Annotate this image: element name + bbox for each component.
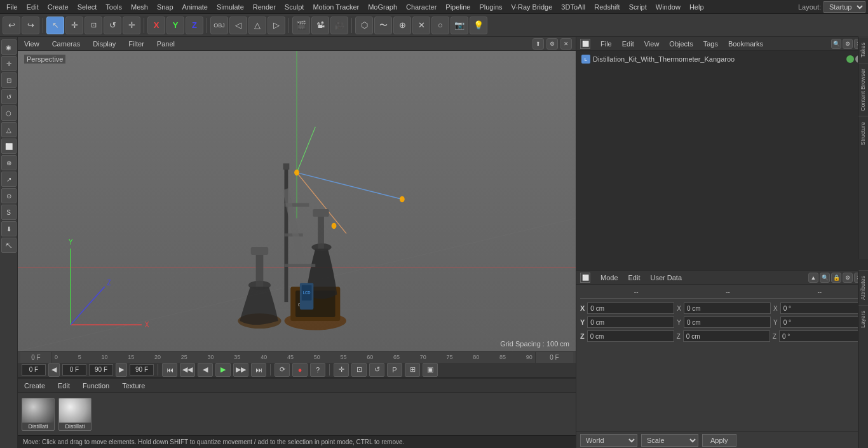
rotate-tool-button[interactable]: ↺ <box>104 17 121 34</box>
coord-y-pos[interactable] <box>587 316 674 328</box>
coord-system-select[interactable]: World <box>580 434 637 447</box>
object-row-1[interactable]: L Distillation_Kit_With_Thermometer_Kang… <box>579 53 865 65</box>
go-start-button[interactable]: ⏮ <box>162 363 177 377</box>
objects-search-button[interactable]: 🔍 <box>831 39 841 49</box>
sidebar-btn-6[interactable]: △ <box>1 122 17 137</box>
vtab-attributes[interactable]: Attributes <box>858 270 868 305</box>
obj-vis-1[interactable] <box>846 55 854 63</box>
menu-file[interactable]: File <box>3 2 22 12</box>
end-frame-input[interactable] <box>89 364 113 376</box>
select-tool-button[interactable]: ↖ <box>46 17 64 34</box>
move-tool-button[interactable]: ✛ <box>65 17 83 34</box>
sidebar-btn-2[interactable]: ✛ <box>1 56 17 71</box>
coord-z-rot[interactable] <box>779 330 866 342</box>
render-view-button[interactable]: 🎬 <box>292 17 310 34</box>
scale-tool-button[interactable]: ⊡ <box>85 17 102 34</box>
play-button[interactable]: ▶ <box>215 363 231 377</box>
attr-menu-userdata[interactable]: User Data <box>648 273 685 283</box>
transform-tool-button[interactable]: ✛ <box>123 17 140 34</box>
next-frame-button[interactable]: ▶▶ <box>233 363 248 377</box>
move-tool-pb[interactable]: ✛ <box>334 363 349 377</box>
coord-x-scale[interactable] <box>684 302 771 314</box>
render-pb-button[interactable]: ▣ <box>423 363 438 377</box>
sidebar-btn-3[interactable]: ⊡ <box>1 72 17 88</box>
deformer-button[interactable]: ✕ <box>412 17 430 34</box>
vp-icon-close[interactable]: ✕ <box>560 38 572 50</box>
z-axis-button[interactable]: Z <box>186 17 203 34</box>
menu-character[interactable]: Character <box>402 2 440 12</box>
menu-render[interactable]: Render <box>249 2 280 12</box>
vp-icon-settings[interactable]: ⚙ <box>546 38 558 50</box>
coord-z-pos[interactable] <box>587 330 674 342</box>
vtab-takes[interactable]: Takes <box>858 37 868 63</box>
menu-vray[interactable]: V-Ray Bridge <box>508 2 557 12</box>
redo-button[interactable]: ↪ <box>22 17 39 34</box>
coord-y-rot[interactable] <box>780 316 867 328</box>
sidebar-btn-13[interactable]: ⛏ <box>1 238 17 253</box>
undo-button[interactable]: ↩ <box>3 17 20 34</box>
menu-animate[interactable]: Animate <box>179 2 212 12</box>
go-end-button[interactable]: ⏭ <box>251 363 266 377</box>
coord-x-rot[interactable] <box>780 302 867 314</box>
apply-button[interactable]: Apply <box>702 434 736 447</box>
max-frame-input[interactable] <box>130 364 154 376</box>
menu-edit[interactable]: Edit <box>23 2 43 12</box>
play-reverse-button[interactable]: ◀ <box>198 363 213 377</box>
sidebar-btn-5[interactable]: ⬡ <box>1 105 17 121</box>
camera-button[interactable]: 📷 <box>451 17 468 34</box>
attr-icon-4[interactable]: ⚙ <box>843 273 853 283</box>
menu-select[interactable]: Select <box>74 2 101 12</box>
prev-frame-button[interactable]: ◀◀ <box>180 363 195 377</box>
menu-create[interactable]: Create <box>44 2 72 12</box>
current-frame-input[interactable] <box>62 364 86 376</box>
effector-button[interactable]: ○ <box>431 17 449 34</box>
start-frame-input[interactable] <box>22 364 46 376</box>
p-button[interactable]: P <box>387 363 402 377</box>
poly-mode-button[interactable]: ▷ <box>268 17 285 34</box>
menu-motion-tracker[interactable]: Motion Tracker <box>309 2 363 12</box>
light-button[interactable]: 💡 <box>470 17 487 34</box>
vp-menu-display[interactable]: Display <box>90 39 118 49</box>
transform-mode-select[interactable]: Scale <box>641 434 698 447</box>
arrow-left-small[interactable]: ◀ <box>48 363 60 377</box>
menu-help[interactable]: Help <box>686 2 708 12</box>
record-button[interactable]: ● <box>292 363 308 377</box>
obj-menu-objects[interactable]: Objects <box>667 39 695 49</box>
obj-menu-view[interactable]: View <box>642 39 662 49</box>
menu-tools[interactable]: Tools <box>102 2 126 12</box>
vp-menu-panel[interactable]: Panel <box>154 39 177 49</box>
attr-menu-mode[interactable]: Mode <box>598 273 621 283</box>
menu-pipeline[interactable]: Pipeline <box>442 2 474 12</box>
menu-3dtoall[interactable]: 3DToAll <box>557 2 589 12</box>
help-button[interactable]: ? <box>310 363 325 377</box>
material-thumb-2[interactable]: Distillati <box>58 398 92 431</box>
vp-menu-view[interactable]: View <box>22 39 42 49</box>
mat-menu-edit[interactable]: Edit <box>55 381 72 391</box>
rotate-tool-pb[interactable]: ↺ <box>369 363 384 377</box>
timeline-ruler[interactable]: 0 F 0 5 10 15 20 25 30 35 40 45 <box>18 352 576 363</box>
menu-script[interactable]: Script <box>625 2 651 12</box>
vtab-layers[interactable]: Layers <box>858 305 868 333</box>
coord-x-pos[interactable] <box>587 302 674 314</box>
sidebar-btn-9[interactable]: ↗ <box>1 172 17 187</box>
interactive-render-button[interactable]: 🎥 <box>330 17 348 34</box>
cube-button[interactable]: ⬡ <box>355 17 373 34</box>
y-axis-button[interactable]: Y <box>166 17 184 34</box>
vp-menu-filter[interactable]: Filter <box>126 39 146 49</box>
sidebar-btn-12[interactable]: ⬇ <box>1 221 17 236</box>
viewport[interactable]: X Y Z device <box>18 51 576 351</box>
attr-icon-2[interactable]: 🔍 <box>820 273 830 283</box>
object-mode-button[interactable]: OBJ <box>210 17 228 34</box>
loop-button[interactable]: ⟳ <box>275 363 290 377</box>
menu-plugins[interactable]: Plugins <box>475 2 506 12</box>
menu-sculpt[interactable]: Sculpt <box>281 2 308 12</box>
sidebar-btn-10[interactable]: ⊙ <box>1 188 17 203</box>
menu-snap[interactable]: Snap <box>153 2 177 12</box>
sidebar-btn-11[interactable]: S <box>1 205 17 220</box>
attr-icon-1[interactable]: ▲ <box>808 273 818 283</box>
coord-z-scale[interactable] <box>683 330 770 342</box>
render-button[interactable]: 📽 <box>311 17 329 34</box>
coord-y-scale[interactable] <box>684 316 771 328</box>
sidebar-btn-1[interactable]: ◉ <box>1 39 17 55</box>
scale-tool-pb[interactable]: ⊡ <box>351 363 367 377</box>
